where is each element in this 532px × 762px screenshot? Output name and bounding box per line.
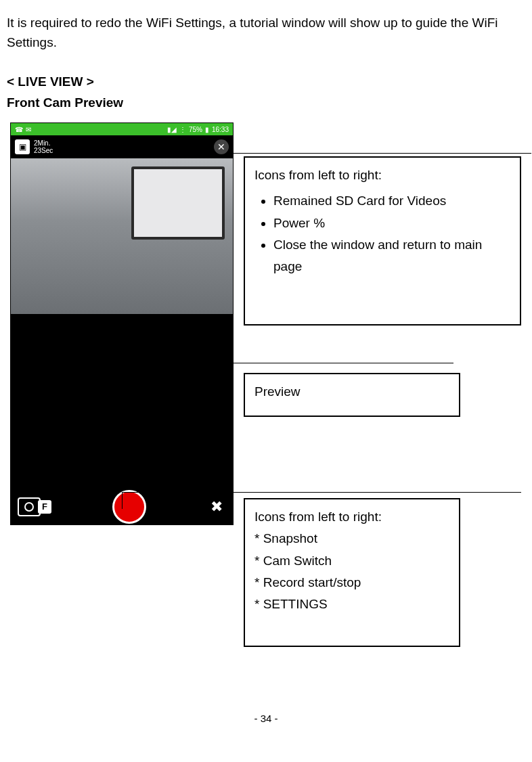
list-item: Close the window and return to main page: [273, 234, 510, 278]
preview-black-area: [11, 314, 233, 490]
annotation-title: Icons from left to right:: [254, 506, 449, 528]
sd-remaining-text: 2Min. 23Sec: [34, 139, 53, 154]
battery-percent: 75%: [189, 125, 202, 135]
mail-icon: ✉: [26, 125, 31, 135]
list-item: * Cam Switch: [254, 550, 449, 572]
phone-screenshot: ☎ ✉ ▮◢ ⋮ 75% ▮ 16:33 ▣ 2Min. 23Sec ✕ F: [10, 122, 234, 525]
snapshot-icon[interactable]: [18, 497, 41, 516]
connector-line: [142, 319, 143, 363]
clock-text: 16:33: [212, 125, 229, 135]
annotation-preview: Preview: [244, 373, 460, 417]
sd-card-icon[interactable]: ▣: [15, 139, 30, 154]
figure-layout: ☎ ✉ ▮◢ ⋮ 75% ▮ 16:33 ▣ 2Min. 23Sec ✕ F: [7, 122, 525, 657]
page-number: - 34 -: [7, 711, 525, 727]
annotation-list: Remained SD Card for Videos Power % Clos…: [254, 190, 510, 277]
list-item: * SETTINGS: [254, 593, 449, 615]
list-item: Remained SD Card for Videos: [273, 190, 510, 212]
snapshot-and-switch-group: F: [18, 497, 51, 516]
connector-line: [142, 363, 453, 363]
close-icon[interactable]: ✕: [214, 139, 229, 154]
wifi-icon: ⋮: [179, 125, 186, 135]
annotation-title: Preview: [254, 381, 449, 403]
signal-icon: ▮◢: [167, 125, 177, 135]
subsection-title: Front Cam Preview: [7, 93, 525, 113]
list-item: * Record start/stop: [254, 572, 449, 593]
list-item: Power %: [273, 212, 510, 234]
intro-text: It is required to redo the WiFi Settings…: [7, 14, 525, 52]
battery-icon: ▮: [205, 125, 209, 135]
camera-preview: [11, 158, 233, 314]
annotation-title: Icons from left to right:: [254, 164, 510, 186]
annotation-top-icons: Icons from left to right: Remained SD Ca…: [244, 156, 521, 326]
phone-icon: ☎: [15, 125, 23, 135]
section-title: < LIVE VIEW >: [7, 72, 525, 92]
settings-icon[interactable]: ✖: [207, 497, 226, 516]
phone-statusbar: ☎ ✉ ▮◢ ⋮ 75% ▮ 16:33: [11, 123, 233, 135]
connector-line: [122, 492, 123, 509]
annotation-bottom-icons: Icons from left to right: * Snapshot * C…: [244, 498, 460, 647]
statusbar-left-icons: ☎ ✉: [11, 125, 164, 135]
phone-topbar: ▣ 2Min. 23Sec ✕: [11, 135, 233, 158]
record-button[interactable]: [112, 490, 146, 524]
connector-line: [234, 153, 531, 154]
list-item: * Snapshot: [254, 528, 449, 550]
connector-line: [122, 492, 521, 493]
